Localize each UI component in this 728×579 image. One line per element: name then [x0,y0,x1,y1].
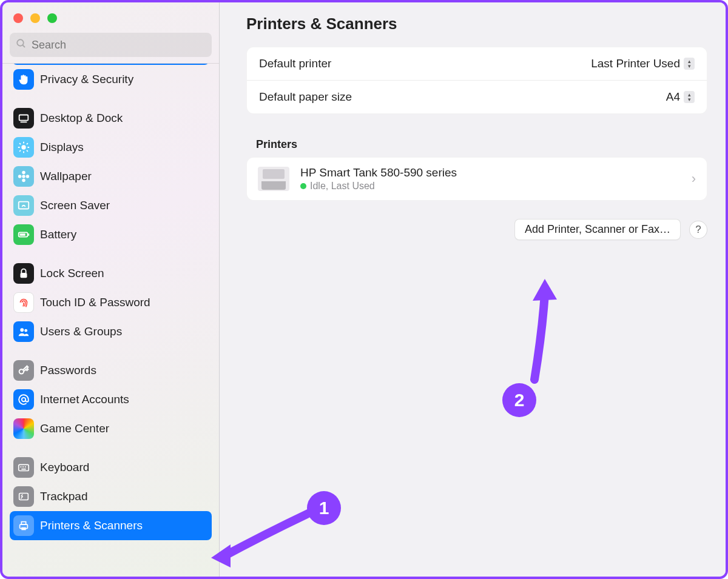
svg-rect-30 [25,466,26,467]
stepper-icon[interactable]: ▴▾ [684,91,695,103]
search-icon [16,38,27,52]
sidebar-item-wallpaper[interactable]: Wallpaper [10,162,212,191]
svg-rect-27 [19,464,29,470]
key-icon [13,360,34,381]
at-icon [13,389,34,410]
default-printer-value: Last Printer Used [591,57,680,70]
search-field[interactable] [10,33,212,57]
default-paper-value: A4 [666,90,680,104]
svg-rect-22 [21,273,27,278]
svg-point-14 [22,171,25,175]
svg-point-16 [18,175,21,178]
svg-line-9 [19,143,21,144]
svg-point-25 [19,369,24,373]
sidebar-item-screen-saver[interactable]: Screen Saver [10,191,212,220]
stepper-icon[interactable]: ▴▾ [684,58,695,70]
sidebar-item-label: Screen Saver [40,199,110,212]
printer-status-text: Idle, Last Used [310,181,375,192]
svg-line-10 [27,150,28,152]
keyboard-icon [13,457,34,478]
default-printer-row[interactable]: Default printer Last Printer Used ▴▾ [247,47,707,80]
help-button[interactable]: ? [689,221,707,239]
svg-rect-32 [19,494,29,500]
defaults-card: Default printer Last Printer Used ▴▾ Def… [246,47,707,114]
chevron-right-icon: › [692,171,696,187]
sidebar-item-label: Privacy & Security [40,73,133,86]
svg-rect-29 [22,466,24,467]
sidebar-item-displays[interactable]: Displays [10,133,212,162]
sidebar: Privacy & Security Desktop & Dock Displa… [2,2,220,577]
printers-section-label: Printers [256,138,707,151]
sidebar-item-label: Keyboard [40,461,89,474]
sidebar-item-keyboard[interactable]: Keyboard [10,453,212,482]
svg-rect-31 [21,469,25,470]
content-pane: Printers & Scanners Default printer Last… [220,2,726,577]
sidebar-item-internet-accounts[interactable]: Internet Accounts [10,385,212,414]
svg-point-23 [20,328,24,332]
svg-rect-3 [21,122,27,123]
sidebar-item-label: Desktop & Dock [40,112,123,125]
sidebar-item-label: Game Center [40,422,109,435]
svg-rect-21 [20,233,25,236]
sidebar-item-label: Touch ID & Password [40,296,150,309]
sidebar-item-trackpad[interactable]: Trackpad [10,482,212,511]
svg-line-1 [22,45,25,47]
printer-row[interactable]: HP Smart Tank 580-590 series Idle, Last … [247,158,707,200]
default-printer-label: Default printer [259,57,331,70]
svg-rect-28 [21,466,22,467]
lock-icon [13,263,34,284]
sidebar-item-label: Printers & Scanners [40,519,143,532]
search-input[interactable] [32,39,206,52]
svg-rect-2 [19,115,29,121]
battery-icon [13,224,34,245]
close-window-button[interactable] [13,13,23,23]
dock-icon [13,108,34,129]
svg-line-11 [19,150,21,152]
sidebar-item-label: Displays [40,141,84,154]
svg-rect-20 [28,233,29,236]
printer-icon [13,515,34,536]
printer-thumbnail-icon [258,167,289,191]
sidebar-item-lock-screen[interactable]: Lock Screen [10,259,212,288]
default-paper-label: Default paper size [259,90,352,104]
sidebar-item-label: Trackpad [40,490,88,503]
status-dot-icon [300,183,306,189]
svg-point-13 [22,175,25,178]
sidebar-item-game-center[interactable]: Game Center [10,414,212,443]
printer-name: HP Smart Tank 580-590 series [300,166,681,179]
add-printer-button[interactable]: Add Printer, Scanner or Fax… [514,219,681,240]
svg-point-26 [22,398,25,401]
brightness-icon [13,137,34,158]
page-title: Printers & Scanners [246,15,707,33]
default-paper-row[interactable]: Default paper size A4 ▴▾ [247,80,707,113]
svg-point-17 [26,175,29,178]
fingerprint-icon [13,292,34,313]
window-controls [2,2,219,27]
zoom-window-button[interactable] [47,13,57,23]
game-center-icon [13,418,34,439]
svg-rect-35 [21,527,25,530]
sidebar-item-printers-scanners[interactable]: Printers & Scanners [10,511,212,540]
svg-point-0 [17,39,24,46]
sidebar-item-passwords[interactable]: Passwords [10,356,212,385]
minimize-window-button[interactable] [30,13,40,23]
sidebar-item-battery[interactable]: Battery [10,220,212,249]
svg-point-4 [21,145,25,149]
sidebar-item-users-groups[interactable]: Users & Groups [10,317,212,346]
sidebar-item-label: Lock Screen [40,267,104,280]
sidebar-item-touch-id[interactable]: Touch ID & Password [10,288,212,317]
trackpad-icon [13,486,34,507]
printers-list: HP Smart Tank 580-590 series Idle, Last … [246,157,707,201]
sidebar-item-label: Passwords [40,364,96,377]
sidebar-item-label: Wallpaper [40,170,92,183]
hand-icon [13,69,34,90]
sidebar-item-label: Users & Groups [40,325,122,338]
sidebar-item-desktop-dock[interactable]: Desktop & Dock [10,104,212,133]
flower-icon [13,166,34,187]
svg-line-12 [27,143,28,144]
sidebar-item-privacy-security[interactable]: Privacy & Security [10,65,212,94]
sidebar-nav: Privacy & Security Desktop & Dock Displa… [2,64,219,577]
svg-point-24 [24,329,27,332]
users-icon [13,321,34,342]
svg-point-15 [22,179,25,182]
